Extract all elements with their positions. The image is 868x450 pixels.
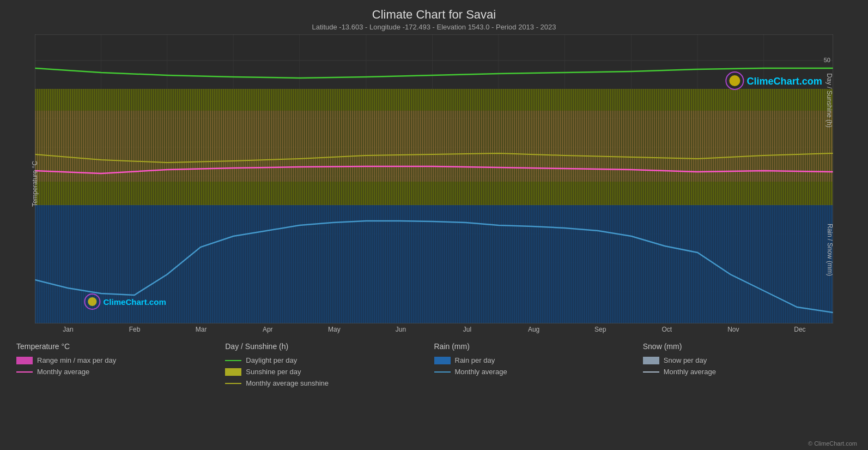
x-axis-sep: Sep (567, 326, 634, 333)
legend-line-monthly-avg-temp (16, 371, 33, 373)
y-label-right-top: Day / Sunshine (h) (825, 73, 833, 127)
x-axis-aug: Aug (501, 326, 567, 333)
chart-subtitle: Latitude -13.603 - Longitude -172.493 - … (0, 23, 868, 31)
legend-label-monthly-avg-rain: Monthly average (455, 368, 507, 376)
x-axis-nov: Nov (700, 326, 767, 333)
svg-text:ClimeChart.com: ClimeChart.com (746, 76, 822, 87)
legend-swatch-snow (643, 357, 659, 364)
legend-item-range: Range min / max per day (16, 356, 225, 364)
legend-item-monthly-avg-temp: Monthly average (16, 368, 225, 376)
x-axis-apr: Apr (234, 326, 301, 333)
x-axis-dec: Dec (767, 326, 833, 333)
x-axis-jan: Jan (35, 326, 101, 333)
legend-title-snow: Snow (mm) (643, 342, 852, 351)
svg-rect-27 (35, 89, 833, 205)
legend-label-sunshine: Sunshine per day (246, 368, 301, 376)
legend-item-monthly-avg-sunshine: Monthly average sunshine (225, 379, 434, 387)
legend-line-monthly-avg-rain (434, 371, 451, 373)
legend-title-temperature: Temperature °C (16, 342, 225, 351)
legend-line-monthly-avg-sunshine (225, 383, 241, 384)
chart-title: Climate Chart for Savai (0, 0, 868, 22)
legend-line-monthly-avg-snow (643, 371, 659, 373)
main-chart: ClimeChart.com ClimeChart.com 50 50 40 3… (35, 34, 833, 323)
legend-item-sunshine: Sunshine per day (225, 368, 434, 376)
legend-item-rain-per-day: Rain per day (434, 356, 643, 364)
y-label-left: Temperature °C (31, 161, 39, 207)
legend-title-sunshine: Day / Sunshine (h) (225, 342, 434, 351)
x-axis-mar: Mar (168, 326, 234, 333)
legend-swatch-rain (434, 357, 451, 364)
legend-area: Temperature °C Range min / max per day M… (16, 342, 852, 387)
y-label-right-bottom: Rain / Snow (mm) (826, 224, 834, 276)
legend-label-monthly-avg-snow: Monthly average (664, 368, 716, 376)
legend-item-monthly-avg-rain: Monthly average (434, 368, 643, 376)
legend-swatch-sunshine (225, 368, 241, 376)
svg-text:ClimeChart.com: ClimeChart.com (103, 297, 166, 307)
legend-item-daylight: Daylight per day (225, 356, 434, 364)
legend-line-daylight (225, 360, 241, 361)
legend-col-sunshine: Day / Sunshine (h) Daylight per day Suns… (225, 342, 434, 387)
x-axis-may: May (301, 326, 367, 333)
legend-label-daylight: Daylight per day (246, 356, 297, 364)
legend-label-monthly-avg-temp: Monthly average (37, 368, 89, 376)
legend-item-monthly-avg-snow: Monthly average (643, 368, 852, 376)
x-axis-jul: Jul (434, 326, 500, 333)
x-axis-feb: Feb (101, 326, 168, 333)
svg-point-31 (729, 75, 740, 86)
legend-label-snow-per-day: Snow per day (664, 356, 707, 364)
x-axis-oct: Oct (634, 326, 700, 333)
copyright: © ClimeChart.com (808, 440, 857, 447)
legend-title-rain: Rain (mm) (434, 342, 643, 351)
legend-item-snow-per-day: Snow per day (643, 356, 852, 364)
svg-text:50: 50 (824, 57, 830, 63)
legend-swatch-range (16, 357, 33, 364)
legend-label-rain-per-day: Rain per day (455, 356, 495, 364)
svg-point-34 (88, 297, 96, 306)
legend-col-temperature: Temperature °C Range min / max per day M… (16, 342, 225, 387)
legend-col-snow: Snow (mm) Snow per day Monthly average (643, 342, 852, 387)
legend-col-rain: Rain (mm) Rain per day Monthly average (434, 342, 643, 387)
page-container: Climate Chart for Savai Latitude -13.603… (0, 0, 868, 450)
legend-label-monthly-avg-sunshine: Monthly average sunshine (246, 379, 329, 387)
x-axis-jun: Jun (367, 326, 434, 333)
legend-label-range: Range min / max per day (37, 356, 116, 364)
